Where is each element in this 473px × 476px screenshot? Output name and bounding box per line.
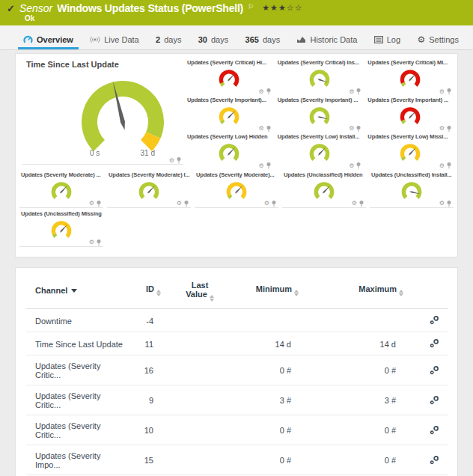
column-header-last-value[interactable]: LastValue — [164, 269, 236, 309]
channel-name-cell[interactable]: Downtime — [26, 309, 125, 332]
channel-settings-button[interactable] — [430, 395, 439, 405]
gauge-label: Updates (Severity Low) Hidden — [186, 133, 273, 141]
tab-label: Overview — [37, 35, 73, 44]
gauge-settings-gear-icon[interactable]: ⚙ — [264, 201, 269, 207]
gauge-label: Updates (Unclassified) Missing — [19, 210, 103, 218]
tab-overview[interactable]: Overview — [18, 31, 79, 49]
gauge-pin-icon[interactable] — [447, 126, 451, 132]
channel-name-cell[interactable]: Updates (Severity Critic... — [26, 385, 125, 415]
gauge-label: Updates (Severity Important) ... — [366, 97, 454, 104]
sort-arrows-icon — [156, 290, 161, 296]
gauge-pin-icon[interactable] — [272, 201, 276, 207]
gauge-pin-icon[interactable] — [447, 162, 451, 169]
gauge-settings-gear-icon[interactable]: ⚙ — [352, 201, 357, 207]
gauge-settings-gear-icon[interactable]: ⚙ — [439, 89, 445, 95]
gauge-settings-gear-icon[interactable]: ⚙ — [349, 163, 354, 169]
big-gauge-tile[interactable]: Time Since Last Update 0 s 31 d ⚙ — [19, 58, 183, 169]
gauge-tile-updates-unclassified-install[interactable]: Updates (Unclassified) Install...⚙ — [370, 170, 454, 209]
gauge-settings-gear-icon[interactable]: ⚙ — [439, 201, 445, 207]
tab-2-days[interactable]: 2days — [150, 31, 186, 49]
gauge-pin-icon[interactable] — [97, 201, 101, 207]
gauge-tile-updates-severity-critical-mi[interactable]: Updates (Severity Critical) Mi...⚙ — [366, 58, 454, 95]
gauge-scale-max: 31 d — [141, 149, 155, 158]
gauges-top-row: Time Since Last Update 0 s 31 d ⚙ Update… — [19, 58, 454, 169]
gauge-tile-updates-severity-critical-ins[interactable]: Updates (Severity Critical) Ins...⚙ — [276, 58, 364, 95]
star-empty-icon: ☆ — [295, 3, 303, 12]
tab-historic-data[interactable]: Historic Data — [291, 31, 362, 49]
gauge-settings-gear-icon[interactable]: ⚙ — [169, 158, 174, 164]
gauge-pin-icon[interactable] — [356, 126, 361, 132]
big-gauge-title: Time Since Last Update — [22, 60, 183, 70]
column-header-minimum[interactable]: Minimum — [236, 269, 302, 309]
priority-stars[interactable]: ★★★☆☆ — [262, 3, 302, 12]
gauge-settings-gear-icon[interactable]: ⚙ — [177, 201, 182, 207]
gauge-tile-updates-unclassified-missing[interactable]: Updates (Unclassified) Missing⚙ — [19, 209, 103, 248]
big-gauge — [22, 70, 183, 153]
gauge-tile-footer: ⚙ — [195, 201, 278, 208]
gauge-tile-updates-severity-low-hidden[interactable]: Updates (Severity Low) Hidden⚙ — [186, 132, 273, 169]
gauge-tile-updates-severity-important[interactable]: Updates (Severity Important)...⚙ — [186, 95, 273, 132]
tab-log[interactable]: Log — [369, 31, 406, 49]
gauge-tile-updates-severity-moderate[interactable]: Updates (Severity Moderate) ...⚙ — [19, 170, 103, 209]
gauge-settings-gear-icon[interactable]: ⚙ — [349, 89, 354, 95]
gauge-tile-updates-severity-low-install[interactable]: Updates (Severity Low) Install...⚙ — [276, 132, 364, 169]
channel-settings-button[interactable] — [430, 338, 439, 348]
gauge-settings-gear-icon[interactable]: ⚙ — [439, 126, 445, 132]
gauge-pin-icon[interactable] — [356, 162, 361, 169]
column-header-maximum[interactable]: Maximum — [302, 269, 406, 309]
gauge-settings-gear-icon[interactable]: ⚙ — [349, 126, 354, 132]
gauge-tile-updates-severity-moderate-i[interactable]: Updates (Severity Moderate) I...⚙ — [107, 170, 191, 209]
gear-icon: ⚙ — [417, 34, 425, 45]
tab-live-data[interactable]: Live Data — [85, 31, 144, 49]
gauge-tile-footer: ⚙ — [366, 89, 454, 95]
tab-settings[interactable]: ⚙Settings — [412, 31, 464, 49]
gauge-pin-icon[interactable] — [177, 157, 181, 164]
column-label: ID — [146, 284, 154, 293]
gauge-pin-icon[interactable] — [359, 201, 364, 207]
gauge-settings-gear-icon[interactable]: ⚙ — [89, 239, 94, 245]
column-header-id[interactable]: ID — [125, 269, 164, 309]
gauge-pin-icon[interactable] — [97, 239, 101, 246]
tab-365-days[interactable]: 365days — [240, 31, 286, 49]
gauge-settings-gear-icon[interactable]: ⚙ — [258, 163, 263, 169]
gauge-tile-footer: ⚙ — [276, 126, 364, 132]
gauge-pin-icon[interactable] — [184, 201, 189, 207]
channel-settings-cell — [406, 415, 448, 445]
column-header-channel[interactable]: Channel — [26, 269, 125, 309]
gauge-tile-updates-severity-low-missi[interactable]: Updates (Severity Low) Missi...⚙ — [366, 132, 454, 169]
channel-settings-cell — [406, 332, 448, 356]
gauge-label: Updates (Severity Important) ... — [276, 97, 364, 104]
maximum-cell — [302, 309, 406, 332]
channel-name-cell[interactable]: Updates (Severity Critic... — [26, 415, 125, 445]
gauge-arc — [308, 179, 340, 201]
tab-label: Historic Data — [310, 35, 357, 44]
channel-name-cell[interactable]: Time Since Last Update — [26, 332, 125, 356]
gauge-pin-icon[interactable] — [266, 126, 271, 132]
flag-icon[interactable]: ⚐ — [248, 3, 254, 10]
gauge-pin-icon[interactable] — [447, 88, 451, 95]
gauge-settings-gear-icon[interactable]: ⚙ — [89, 201, 94, 207]
gauge-settings-gear-icon[interactable]: ⚙ — [439, 163, 445, 169]
gauge-pin-icon[interactable] — [356, 88, 361, 95]
channel-settings-button[interactable] — [430, 365, 439, 375]
gauge-settings-gear-icon[interactable]: ⚙ — [258, 126, 263, 132]
channel-settings-button[interactable] — [430, 425, 439, 435]
gauge-tile-updates-severity-important[interactable]: Updates (Severity Important) ...⚙ — [276, 95, 364, 132]
channel-settings-button[interactable] — [430, 455, 439, 465]
gauge-tile-updates-severity-moderate[interactable]: Updates (Severity Moderate)...⚙ — [195, 170, 278, 209]
gauge-pin-icon[interactable] — [266, 162, 271, 169]
maximum-cell: 0 # — [302, 356, 406, 385]
gauge-pin-icon[interactable] — [266, 88, 271, 95]
gauge-settings-gear-icon[interactable]: ⚙ — [258, 89, 263, 95]
channel-name-cell[interactable]: Updates (Severity Critic... — [26, 356, 125, 385]
tab-30-days[interactable]: 30days — [193, 31, 234, 49]
channel-name-cell[interactable]: Updates (Severity Impo... — [26, 445, 125, 475]
gauge-grid-bottom: Updates (Severity Moderate) ...⚙Updates … — [19, 170, 454, 248]
gauge-pin-icon[interactable] — [447, 201, 451, 207]
gauge-tile-updates-severity-critical-hi[interactable]: Updates (Severity Critical) Hi...⚙ — [186, 58, 273, 95]
gauge-tile-updates-severity-important[interactable]: Updates (Severity Important) ...⚙ — [366, 95, 454, 132]
tab-label: days — [211, 35, 228, 44]
gauge-tile-updates-unclassified-hidden[interactable]: Updates (Unclassified) Hidden⚙ — [282, 170, 366, 209]
channel-settings-button[interactable] — [430, 315, 439, 325]
gauge-arc — [221, 179, 252, 201]
